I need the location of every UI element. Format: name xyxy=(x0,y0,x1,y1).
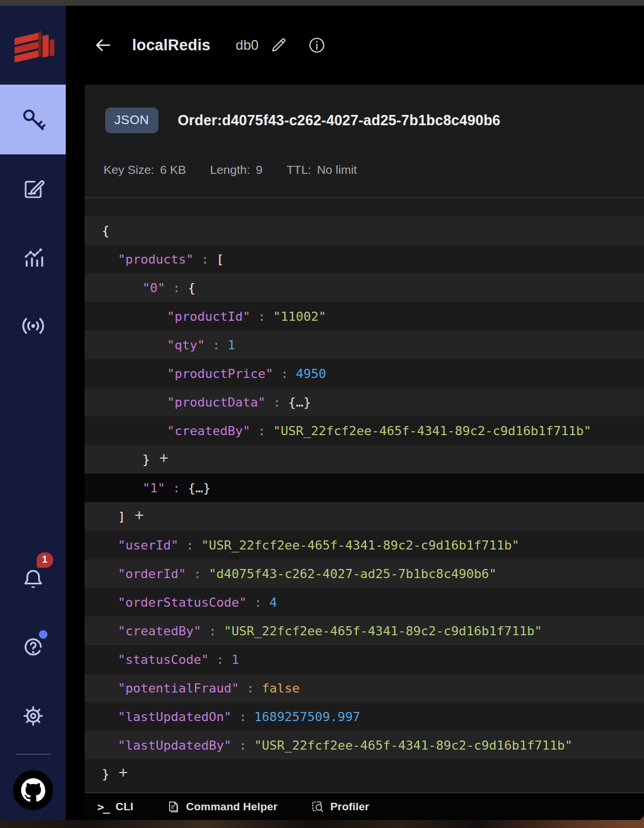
json-punct: { xyxy=(188,281,196,295)
add-item-button[interactable]: + xyxy=(159,450,168,468)
sidebar-item-browser[interactable] xyxy=(0,85,66,154)
json-row[interactable]: ]+ xyxy=(85,502,644,531)
json-str: "USR_22fcf2ee-465f-4341-89c2-c9d16b1f711… xyxy=(273,424,591,438)
json-bool: false xyxy=(262,681,300,695)
json-colon: : xyxy=(232,710,255,724)
json-row[interactable]: "qty" : 1 xyxy=(85,331,644,359)
json-key: "productPrice" xyxy=(167,367,273,381)
sidebar-item-pubsub[interactable] xyxy=(0,292,66,360)
json-num: 1 xyxy=(228,338,235,352)
cli-button[interactable]: >_ CLI xyxy=(97,800,133,814)
json-key: "orderStatusCode" xyxy=(118,595,247,610)
json-key: "orderId" xyxy=(118,567,186,581)
json-collapsed: {…} xyxy=(188,481,211,495)
json-row[interactable]: "createdBy" : "USR_22fcf2ee-465f-4341-89… xyxy=(85,616,644,645)
json-punct: [ xyxy=(216,252,224,266)
database-info-button[interactable] xyxy=(308,36,326,54)
json-colon: : xyxy=(232,738,255,753)
key-meta-row: Key Size: 6 KB Length: 9 TTL: No limit xyxy=(104,163,644,177)
key-size-value: 6 KB xyxy=(160,163,186,177)
json-row[interactable]: "lastUpdatedOn" : 1689257509.997 xyxy=(85,702,644,731)
titlebar-strip xyxy=(0,0,644,6)
profiler-icon xyxy=(311,800,324,814)
json-colon: : xyxy=(209,652,232,667)
json-colon: : xyxy=(247,595,269,610)
redis-logo xyxy=(0,6,66,85)
database-header: localRedis db0 xyxy=(66,6,644,85)
json-collapsed: {…} xyxy=(288,395,311,409)
json-row[interactable]: "userId" : "USR_22fcf2ee-465f-4341-89c2-… xyxy=(85,531,644,559)
sidebar-item-notifications[interactable]: 1 xyxy=(0,544,66,613)
key-type-badge: JSON xyxy=(105,108,158,133)
database-index: db0 xyxy=(236,37,259,53)
sidebar-divider xyxy=(15,754,51,755)
json-row[interactable]: "createdBy" : "USR_22fcf2ee-465f-4341-89… xyxy=(85,416,644,445)
json-key: "0" xyxy=(142,281,165,295)
json-key: "potentialFraud" xyxy=(118,681,239,695)
command-helper-button[interactable]: Command Helper xyxy=(166,800,277,814)
json-num: 1689257509.997 xyxy=(254,710,360,724)
json-row[interactable]: "statusCode" : 1 xyxy=(85,645,644,674)
sidebar-item-settings[interactable] xyxy=(0,682,66,750)
key-ttl-label: TTL: xyxy=(287,163,311,177)
sidebar: 1 xyxy=(0,6,66,820)
back-arrow-icon xyxy=(93,35,113,55)
json-key: "createdBy" xyxy=(118,624,201,638)
edit-database-button[interactable] xyxy=(270,37,287,54)
json-colon: : xyxy=(205,338,228,352)
key-details-panel: JSON Order:d4075f43-c262-4027-ad25-7b1bc… xyxy=(85,85,644,820)
json-row[interactable]: "orderId" : "d4075f43-c262-4027-ad25-7b1… xyxy=(85,559,644,588)
notification-badge: 1 xyxy=(37,552,53,568)
json-key: "createdBy" xyxy=(167,424,251,438)
json-num: 4 xyxy=(269,595,277,610)
json-row[interactable]: }+ xyxy=(85,445,644,473)
json-row[interactable]: "productPrice" : 4950 xyxy=(85,359,644,388)
json-str: "d4075f43-c262-4027-ad25-7b1bc8c490b6" xyxy=(209,567,496,581)
json-str: "USR_22fcf2ee-465f-4341-89c2-c9d16b1f711… xyxy=(201,538,519,552)
json-num: 1 xyxy=(232,652,239,667)
json-row[interactable]: "products" : [ xyxy=(85,245,644,273)
app-window: 1 xyxy=(0,0,644,820)
key-length-label: Length: xyxy=(210,163,250,177)
json-row[interactable]: "productId" : "11002" xyxy=(85,302,644,331)
json-row[interactable]: "orderStatusCode" : 4 xyxy=(85,588,644,616)
key-ttl-value[interactable]: No limit xyxy=(317,163,357,177)
key-name: Order:d4075f43-c262-4027-ad25-7b1bc8c490… xyxy=(178,112,500,129)
panel-divider xyxy=(85,197,644,198)
key-length-value: 9 xyxy=(256,163,263,177)
json-row[interactable]: { xyxy=(85,216,644,245)
json-colon: : xyxy=(201,624,224,638)
json-punct: } xyxy=(102,767,109,781)
back-button[interactable] xyxy=(93,35,116,55)
add-item-button[interactable]: + xyxy=(118,765,128,783)
document-icon xyxy=(166,800,180,814)
sidebar-item-help[interactable] xyxy=(0,613,66,682)
json-key: "lastUpdatedBy" xyxy=(118,738,232,753)
json-row[interactable]: }+ xyxy=(85,759,644,788)
json-key: "productData" xyxy=(167,395,265,409)
json-row[interactable]: "potentialFraud" : false xyxy=(85,674,644,702)
json-str: "11002" xyxy=(273,309,326,324)
terminal-prompt-icon: >_ xyxy=(97,800,109,814)
json-num: 4950 xyxy=(296,367,326,381)
json-key: "userId" xyxy=(118,538,178,552)
json-key: "1" xyxy=(142,481,165,495)
json-row[interactable]: "1" : {…} xyxy=(85,473,644,502)
json-colon: : xyxy=(239,681,262,695)
github-icon xyxy=(21,778,46,803)
key-size-label: Key Size: xyxy=(104,163,154,177)
json-row[interactable]: "0" : { xyxy=(85,273,644,302)
json-punct: ] xyxy=(118,509,125,524)
json-key: "qty" xyxy=(167,338,205,352)
sidebar-item-analytics[interactable] xyxy=(0,223,66,292)
json-row[interactable]: "productData" : {…} xyxy=(85,388,644,416)
sidebar-item-workbench[interactable] xyxy=(0,154,66,223)
add-item-button[interactable]: + xyxy=(134,507,144,526)
profiler-button[interactable]: Profiler xyxy=(311,800,369,814)
sidebar-item-github[interactable] xyxy=(13,761,53,820)
json-row[interactable]: "lastUpdatedBy" : "USR_22fcf2ee-465f-434… xyxy=(85,731,644,759)
database-name: localRedis xyxy=(132,37,210,54)
json-key: "productId" xyxy=(167,309,251,324)
json-colon: : xyxy=(265,395,288,409)
json-colon: : xyxy=(186,567,209,581)
